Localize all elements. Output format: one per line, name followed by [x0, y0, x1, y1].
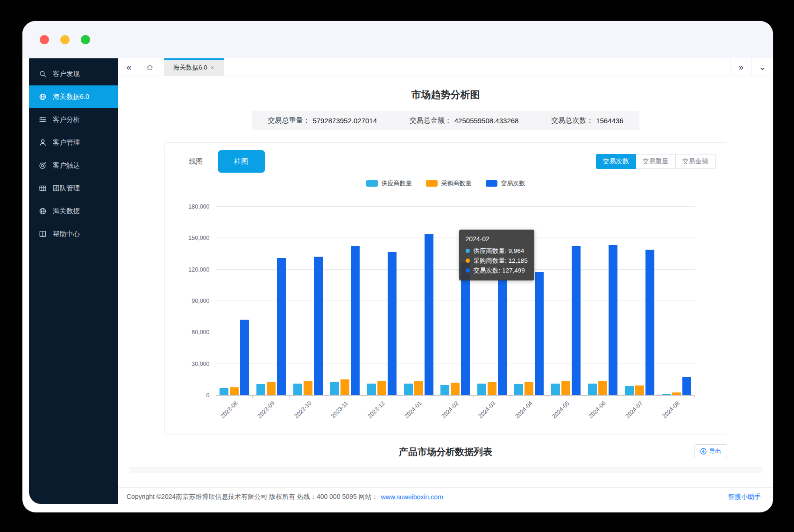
supplier-count-bar-2024-08[interactable]	[662, 394, 671, 395]
export-button[interactable]: 导出	[694, 444, 727, 458]
buyer-count-bar-2024-07[interactable]	[635, 385, 644, 395]
tooltip-series-dot	[466, 259, 470, 263]
buyer-count-bar-2023-10[interactable]	[304, 381, 312, 395]
x-axis-tick: 2024-06	[584, 396, 621, 429]
sidebar-item-客户触达[interactable]: 客户触达	[29, 154, 118, 177]
x-axis-label: 2023-09	[256, 400, 276, 420]
sidebar-item-团队管理[interactable]: 团队管理	[29, 177, 118, 200]
legend-item-supplier-count[interactable]: 供应商数量	[366, 179, 412, 188]
legend-label: 供应商数量	[382, 179, 412, 188]
sidebar-item-帮助中心[interactable]: 帮助中心	[29, 223, 118, 245]
buyer-count-bar-2023-09[interactable]	[267, 382, 276, 395]
search-icon	[39, 70, 47, 78]
transaction-count-bar-2024-06[interactable]	[609, 245, 617, 395]
tab-menu-chevron-down-icon[interactable]: ⌄	[751, 58, 773, 76]
legend-item-buyer-count[interactable]: 采购商数量	[426, 179, 472, 188]
assistant-link[interactable]: 智搜小助手	[728, 493, 761, 501]
supplier-count-bar-2024-07[interactable]	[625, 386, 634, 395]
bar-group-2024-07	[621, 250, 658, 395]
tooltip-series-dot	[466, 249, 470, 253]
metric-tab-交易金额[interactable]: 交易金额	[675, 154, 716, 169]
transaction-count-bar-2023-08[interactable]	[240, 320, 249, 395]
buyer-count-bar-2023-08[interactable]	[230, 387, 239, 395]
supplier-count-bar-2023-08[interactable]	[220, 388, 228, 395]
stat-value: 1564436	[596, 117, 623, 125]
chart-type-tab-柱图[interactable]: 柱图	[218, 150, 265, 173]
maximize-window-button[interactable]	[81, 35, 90, 44]
metric-tab-交易次数[interactable]: 交易次数	[596, 154, 636, 169]
main-content: 市场趋势分析图 交易总重量：5792873952.027014交易总金额：425…	[118, 76, 773, 487]
x-axis-label: 2024-05	[551, 400, 570, 420]
supplier-count-bar-2023-10[interactable]	[293, 384, 302, 395]
buyer-count-bar-2023-12[interactable]	[377, 381, 386, 395]
supplier-count-bar-2024-04[interactable]	[514, 384, 523, 395]
close-window-button[interactable]	[40, 35, 49, 44]
app-window: 客户发现海关数据6.0客户分析客户管理客户触达团队管理海关数据帮助中心 « 海关…	[22, 21, 773, 512]
sidebar-item-label: 团队管理	[53, 184, 80, 193]
page-title: 市场趋势分析图	[118, 88, 773, 101]
transaction-count-bar-2024-08[interactable]	[682, 377, 691, 395]
chart-type-tab-线图[interactable]: 线图	[181, 150, 212, 173]
sidebar: 客户发现海关数据6.0客户分析客户管理客户触达团队管理海关数据帮助中心	[29, 58, 118, 504]
home-icon[interactable]	[140, 58, 160, 76]
bar-group-2023-09	[253, 258, 290, 395]
buyer-count-bar-2024-01[interactable]	[414, 381, 423, 395]
y-axis-label: 120,000	[188, 266, 209, 273]
supplier-count-bar-2024-05[interactable]	[551, 384, 560, 395]
buyer-count-bar-2024-03[interactable]	[488, 382, 496, 395]
buyer-count-bar-2024-02[interactable]	[451, 383, 460, 395]
transaction-count-bar-2024-02[interactable]	[461, 262, 470, 395]
tab-close-icon[interactable]: ×	[211, 64, 214, 71]
y-axis-label: 90,000	[191, 298, 209, 304]
transaction-count-bar-2024-03[interactable]	[498, 280, 507, 395]
bar-group-2023-12	[363, 252, 400, 395]
buyer-count-bar-2024-08[interactable]	[672, 392, 681, 395]
sidebar-item-客户分析[interactable]: 客户分析	[29, 108, 118, 131]
globe-icon	[39, 93, 47, 101]
footer: Copyright ©2024南京苏维博欣信息技术有限公司 版权所有 热线：40…	[118, 487, 773, 506]
transaction-count-bar-2024-04[interactable]	[535, 272, 544, 395]
supplier-count-bar-2023-11[interactable]	[330, 382, 339, 395]
transaction-count-bar-2024-05[interactable]	[572, 246, 581, 395]
supplier-count-bar-2024-06[interactable]	[588, 384, 597, 395]
buyer-count-bar-2023-11[interactable]	[340, 379, 349, 395]
chart-legend: 供应商数量采购商数量交易次数	[174, 179, 717, 188]
sliders-icon	[39, 116, 47, 124]
x-axis-tick: 2024-04	[510, 396, 547, 429]
transaction-count-bar-2023-11[interactable]	[351, 246, 360, 395]
stat-item: 交易总重量：5792873952.027014	[268, 116, 377, 125]
transaction-count-bar-2024-01[interactable]	[425, 234, 433, 395]
transaction-count-bar-2023-09[interactable]	[277, 258, 286, 395]
sidebar-item-客户发现[interactable]: 客户发现	[29, 63, 118, 85]
x-axis-label: 2024-02	[440, 400, 460, 420]
bar-group-2024-03	[474, 280, 510, 395]
supplier-count-bar-2024-03[interactable]	[477, 384, 486, 395]
legend-item-transaction-count[interactable]: 交易次数	[486, 179, 525, 188]
website-link[interactable]: www.suweiboxin.com	[381, 493, 443, 501]
transaction-count-bar-2023-10[interactable]	[314, 257, 323, 395]
expand-tabs-icon[interactable]: »	[730, 58, 751, 76]
supplier-count-bar-2024-01[interactable]	[404, 384, 413, 395]
x-axis-label: 2023-10	[293, 400, 312, 420]
tab-customs-data[interactable]: 海关数据6.0 ×	[164, 58, 224, 76]
x-axis-tick: 2024-01	[400, 396, 437, 429]
sidebar-item-海关数据6.0[interactable]: 海关数据6.0	[29, 85, 118, 108]
collapse-sidebar-icon[interactable]: «	[118, 58, 140, 76]
metric-tab-交易重量[interactable]: 交易重量	[636, 154, 676, 169]
transaction-count-bar-2024-07[interactable]	[645, 250, 654, 395]
supplier-count-bar-2023-12[interactable]	[367, 384, 376, 395]
transaction-count-bar-2023-12[interactable]	[388, 252, 397, 395]
x-axis-tick: 2024-07	[621, 396, 658, 429]
buyer-count-bar-2024-06[interactable]	[598, 381, 607, 395]
minimize-window-button[interactable]	[60, 35, 70, 44]
buyer-count-bar-2024-04[interactable]	[525, 382, 533, 395]
supplier-count-bar-2023-09[interactable]	[256, 384, 265, 395]
x-axis-tick: 2024-05	[547, 396, 584, 429]
supplier-count-bar-2024-02[interactable]	[440, 385, 449, 395]
tooltip-series-value: 采购商数量: 12,185	[474, 256, 528, 266]
buyer-count-bar-2024-05[interactable]	[561, 381, 570, 395]
bar-group-2023-08	[216, 320, 253, 395]
globe-icon	[39, 207, 47, 215]
sidebar-item-客户管理[interactable]: 客户管理	[29, 131, 118, 154]
sidebar-item-海关数据[interactable]: 海关数据	[29, 200, 118, 223]
